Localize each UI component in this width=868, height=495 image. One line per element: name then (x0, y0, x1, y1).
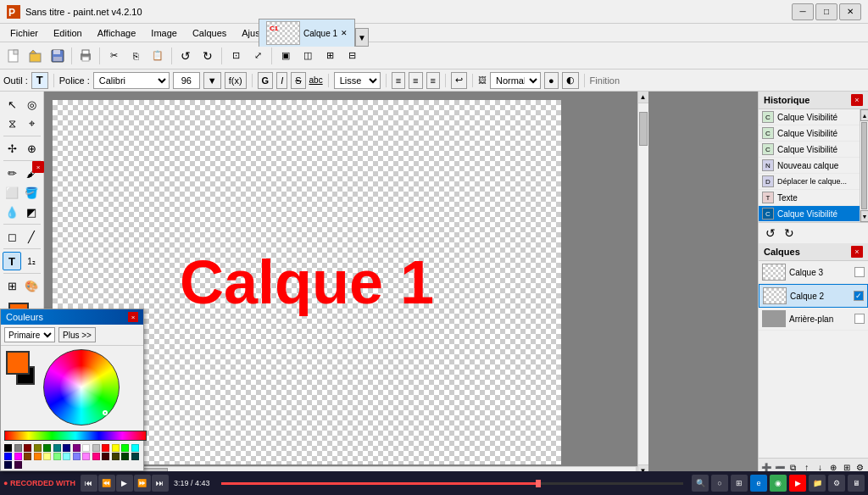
toolbar-b2[interactable]: ◫ (298, 46, 318, 66)
palette-color[interactable] (4, 461, 12, 469)
rotate-button[interactable]: ↩ (451, 72, 467, 89)
layer-bg-check[interactable] (854, 314, 865, 324)
close-button[interactable]: ✕ (839, 3, 861, 20)
canvas-tab[interactable]: C1 Calque 1 ✕ (259, 19, 355, 47)
palette-color[interactable] (34, 444, 42, 452)
tool-text[interactable]: T (3, 252, 21, 270)
font-select[interactable]: Calibri (93, 72, 170, 89)
palette-color[interactable] (131, 444, 139, 452)
minimize-button[interactable]: ─ (792, 3, 814, 20)
layer-item-3[interactable]: Calque 3 (759, 261, 868, 284)
tool-pencil[interactable]: ✏ (3, 164, 21, 182)
menu-calques[interactable]: Calques (186, 26, 233, 40)
toolbar-b3[interactable]: ⊞ (320, 46, 340, 66)
toolbar-print[interactable] (75, 46, 96, 66)
layer-2-check[interactable]: ✓ (854, 291, 864, 301)
taskbar-chrome[interactable]: ◉ (770, 475, 787, 492)
toolbar-copy[interactable]: ⎘ (125, 46, 146, 66)
colors-mode-select[interactable]: Primaire (4, 327, 55, 342)
smooth-select[interactable]: Lisse (334, 72, 381, 89)
history-item-2[interactable]: C Calque Visibilité (759, 125, 860, 142)
history-close-btn[interactable]: × (851, 94, 863, 106)
align-right-button[interactable]: ≡ (426, 72, 440, 89)
layer-3-check[interactable] (854, 267, 865, 277)
tool-clone[interactable]: ⊞ (3, 276, 21, 295)
menu-image[interactable]: Image (144, 26, 184, 40)
media-stop-btn[interactable]: ⏮ (81, 475, 97, 492)
layer-item-bg[interactable]: Arrière-plan (759, 308, 868, 331)
history-item-3[interactable]: C Calque Visibilité (759, 142, 860, 158)
toolbar-paste[interactable]: 📋 (147, 46, 168, 66)
taskbar-apps[interactable]: 📁 (809, 475, 826, 492)
palette-color[interactable] (92, 453, 100, 460)
undo-btn[interactable]: ↺ (762, 225, 779, 242)
blend-select[interactable]: Normal (490, 72, 541, 89)
primary-color-box[interactable] (6, 351, 30, 375)
palette-color[interactable] (102, 453, 109, 460)
palette-color[interactable] (4, 453, 12, 460)
toolbar-open[interactable] (25, 46, 46, 66)
palette-color[interactable] (131, 453, 139, 460)
bold-button[interactable]: G (258, 72, 274, 89)
tool-recolor[interactable]: 🎨 (22, 276, 41, 295)
palette-color[interactable] (14, 453, 22, 460)
palette-color[interactable] (121, 453, 129, 460)
tool-move[interactable]: ✢ (3, 139, 21, 158)
palette-color[interactable] (102, 444, 109, 452)
progress-track[interactable] (221, 482, 683, 485)
tool-shape[interactable]: ◻ (3, 227, 21, 246)
history-item-7[interactable]: C Calque Visibilité (759, 206, 860, 222)
palette-color[interactable] (24, 444, 31, 452)
tab-dropdown[interactable]: ▼ (355, 28, 369, 47)
palette-color[interactable] (82, 453, 90, 460)
toolbox-close[interactable]: × (32, 161, 44, 173)
palette-color[interactable] (92, 444, 100, 452)
taskbar-settings[interactable]: ⚙ (828, 475, 845, 492)
v-scroll-thumb[interactable] (639, 112, 648, 146)
toolbar-b1[interactable]: ▣ (275, 46, 296, 66)
menu-edition[interactable]: Edition (47, 26, 89, 40)
taskbar-taskview[interactable]: ⊞ (731, 475, 748, 492)
media-prev-btn[interactable]: ⏪ (98, 475, 115, 492)
redo-btn[interactable]: ↻ (781, 225, 798, 242)
tool-select-rect[interactable]: ↖ (3, 95, 21, 114)
palette-color[interactable] (14, 444, 22, 452)
toolbar-redo[interactable]: ↻ (198, 46, 218, 66)
history-scroll[interactable]: ▲ ▼ (860, 109, 868, 222)
menu-fichier[interactable]: Fichier (3, 26, 45, 40)
palette-color[interactable] (63, 453, 70, 460)
strike-button[interactable]: S (291, 72, 305, 89)
layers-close-btn[interactable]: × (851, 246, 863, 258)
toolbar-cut[interactable]: ✂ (103, 46, 124, 66)
palette-color[interactable] (82, 444, 90, 452)
italic-button[interactable]: I (276, 72, 287, 89)
history-item-1[interactable]: C Calque Visibilité (759, 109, 860, 125)
opacity-btn[interactable]: ◐ (562, 72, 579, 89)
taskbar-cortana[interactable]: ○ (711, 475, 728, 492)
tab-close-icon[interactable]: ✕ (341, 29, 348, 37)
palette-color[interactable] (4, 444, 12, 452)
maximize-button[interactable]: □ (815, 3, 837, 20)
font-size-input[interactable] (173, 72, 200, 89)
colors-close-btn[interactable]: × (128, 312, 138, 322)
palette-color[interactable] (14, 461, 22, 469)
color-wheel[interactable] (43, 349, 120, 425)
font-size-dropdown[interactable]: ▼ (203, 72, 221, 89)
toolbar-save[interactable] (47, 46, 68, 66)
tool-line[interactable]: ╱ (22, 227, 41, 246)
palette-color[interactable] (53, 453, 61, 460)
align-left-button[interactable]: ≡ (392, 72, 405, 89)
palette-color[interactable] (43, 444, 51, 452)
tool-lasso[interactable]: ⌖ (22, 114, 41, 133)
toolbar-resize[interactable]: ⤢ (248, 46, 268, 66)
palette-color[interactable] (73, 453, 81, 460)
tool-magic-wand[interactable]: ⧖ (3, 114, 21, 133)
tool-gradient[interactable]: ◩ (22, 203, 41, 221)
toolbar-crop[interactable]: ⊡ (225, 46, 246, 66)
color-gradient-strip[interactable] (4, 431, 147, 441)
media-next-btn[interactable]: ⏩ (134, 475, 151, 492)
fx-button[interactable]: f(x) (225, 72, 247, 89)
tool-fill[interactable]: 🪣 (22, 183, 41, 202)
tool-zoom[interactable]: ⊕ (22, 139, 41, 158)
history-scroll-up[interactable]: ▲ (860, 109, 868, 121)
